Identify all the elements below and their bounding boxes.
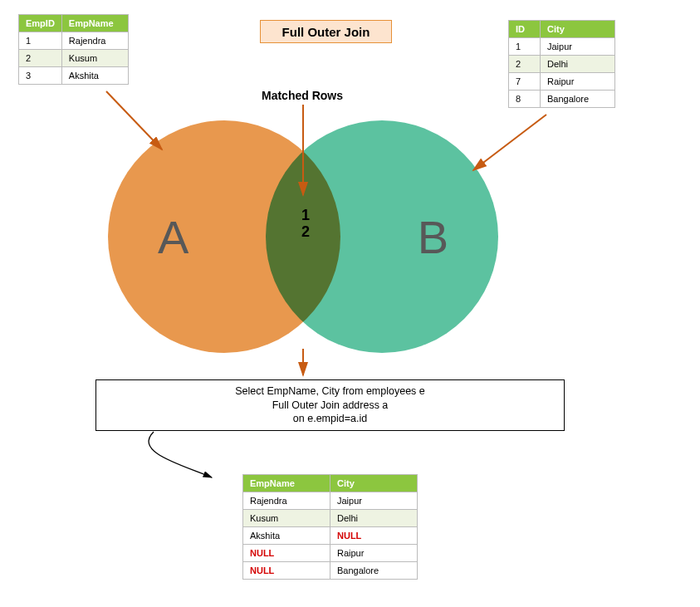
th-empid: EmpID (19, 15, 62, 32)
venn-a-label: A (158, 210, 188, 264)
table-row: 1 Rajendra (19, 32, 129, 50)
sql-line: Select EmpName, City from employees e (235, 384, 425, 399)
matched-value: 2 (301, 224, 310, 241)
table-row: 3 Akshita (19, 67, 129, 85)
cell: 2 (19, 50, 62, 67)
result-table: EmpName City Rajendra Jaipur Kusum Delhi… (242, 474, 418, 580)
venn-circle-b: B (266, 120, 498, 353)
table-row: 2 Delhi (509, 56, 615, 73)
sql-query-box: Select EmpName, City from employees e Fu… (95, 379, 565, 431)
cell: Jaipur (541, 38, 615, 56)
table-header-row: EmpID EmpName (19, 15, 129, 32)
cell: 1 (19, 32, 62, 50)
table-row: Kusum Delhi (243, 510, 418, 527)
cell: Akshita (61, 67, 128, 85)
cell: 2 (509, 56, 541, 73)
arrow-to-result (149, 432, 212, 477)
table-header-row: ID City (509, 21, 615, 38)
cell: 1 (509, 38, 541, 56)
sql-line: Full Outer Join address a (272, 399, 389, 413)
cell: Jaipur (330, 492, 418, 510)
address-table: ID City 1 Jaipur 2 Delhi 7 Raipur 8 Bang… (508, 20, 615, 108)
th-empname: EmpName (61, 15, 128, 32)
page-title: Full Outer Join (260, 20, 392, 43)
cell-null: NULL (243, 562, 330, 580)
table-row: Rajendra Jaipur (243, 492, 418, 510)
matched-value: 1 (301, 208, 310, 224)
table-row: 8 Bangalore (509, 91, 615, 108)
sql-line: on e.empid=a.id (293, 412, 367, 426)
cell: Kusum (243, 510, 330, 527)
table-header-row: EmpName City (243, 475, 418, 492)
cell-null: NULL (330, 527, 418, 545)
cell: Delhi (330, 510, 418, 527)
cell: 7 (509, 73, 541, 91)
th-empname: EmpName (243, 475, 330, 492)
table-row: NULL Raipur (243, 545, 418, 562)
table-row: 7 Raipur (509, 73, 615, 91)
cell: Akshita (243, 527, 330, 545)
cell: Kusum (61, 50, 128, 67)
th-city: City (541, 21, 615, 38)
th-city: City (330, 475, 418, 492)
cell: Rajendra (61, 32, 128, 50)
th-id: ID (509, 21, 541, 38)
table-row: NULL Bangalore (243, 562, 418, 580)
employees-table: EmpID EmpName 1 Rajendra 2 Kusum 3 Akshi… (18, 14, 129, 85)
table-row: 2 Kusum (19, 50, 129, 67)
cell: Delhi (541, 56, 615, 73)
cell: 8 (509, 91, 541, 108)
cell: Bangalore (541, 91, 615, 108)
cell: Rajendra (243, 492, 330, 510)
cell: Raipur (541, 73, 615, 91)
cell: Bangalore (330, 562, 418, 580)
table-row: Akshita NULL (243, 527, 418, 545)
venn-b-label: B (418, 210, 448, 264)
matched-values: 1 2 (301, 208, 310, 241)
cell: 3 (19, 67, 62, 85)
cell: Raipur (330, 545, 418, 562)
matched-rows-label: Matched Rows (262, 89, 343, 102)
table-row: 1 Jaipur (509, 38, 615, 56)
cell-null: NULL (243, 545, 330, 562)
